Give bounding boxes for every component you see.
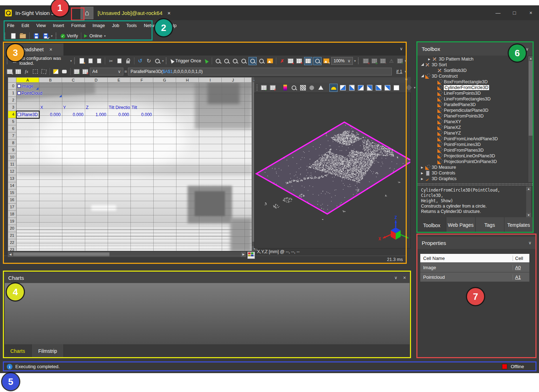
menu-item-file[interactable]: File xyxy=(4,23,18,28)
row-header-0[interactable]: 0 xyxy=(8,83,16,90)
iso-view-button[interactable] xyxy=(392,84,400,92)
expander-collapsed-icon[interactable]: ▶ xyxy=(421,172,425,175)
row-header-4[interactable]: 4 xyxy=(8,111,16,118)
sheet-corner[interactable] xyxy=(8,77,16,83)
new-sheet-button[interactable]: ✦ xyxy=(78,57,86,65)
date-format-button[interactable] xyxy=(52,68,60,75)
zoom-region-button[interactable] xyxy=(248,57,257,65)
cell-E4[interactable]: 0.000 xyxy=(108,111,130,118)
cancel-button[interactable]: ✗ xyxy=(81,68,89,75)
view3d-overflow-icon[interactable]: ▾ xyxy=(414,86,416,89)
dome-view-button[interactable] xyxy=(329,84,338,92)
toolbox-item-3d-measure[interactable]: ▶3D Measure xyxy=(417,164,528,170)
row-header-16[interactable]: 16 xyxy=(8,197,16,204)
row-header-7[interactable]: 7 xyxy=(8,132,16,140)
import-job-button[interactable] xyxy=(87,57,94,65)
zoom-image-button[interactable] xyxy=(258,57,265,65)
column-header-D[interactable]: D xyxy=(85,77,108,83)
toolbar-overflow-icon[interactable]: ▾ xyxy=(405,59,406,63)
charts-close-icon[interactable]: × xyxy=(403,275,406,281)
zoom-level-select[interactable]: 100% ∨ xyxy=(331,57,353,65)
cell-C3[interactable]: Y xyxy=(62,104,84,111)
job-list-button[interactable]: ▼ xyxy=(396,57,404,65)
spreadsheet-tab-close-icon[interactable]: × xyxy=(49,47,52,52)
undo-button[interactable]: ↺ xyxy=(137,57,144,65)
view-cube-top-button[interactable] xyxy=(339,84,346,92)
toolbox-item-pointfromlineandplane3d[interactable]: PointFromLineAndPlane3D xyxy=(417,136,528,142)
row-header-1[interactable]: 1 xyxy=(8,90,16,97)
toolbox-tab-tags[interactable]: Tags xyxy=(475,217,504,232)
charts-tab-filmstrip[interactable]: Filmstrip xyxy=(32,344,64,357)
view-cube-front-button[interactable] xyxy=(348,84,355,92)
job-tab[interactable]: [Unsaved Job]@aut-rock64 × xyxy=(98,10,171,16)
show-graphics-button[interactable]: ✓ xyxy=(260,84,267,92)
zoom-actual-button[interactable] xyxy=(231,57,239,65)
view3d-collapse-icon[interactable]: ∨ xyxy=(405,77,408,82)
toolbox-item-linefrompoints3d[interactable]: LineFromPoints3D xyxy=(417,90,528,96)
expander-collapsed-icon[interactable]: ▶ xyxy=(421,166,425,169)
toolbox-tab-templates[interactable]: Templates xyxy=(504,217,533,232)
row-header-13[interactable]: 13 xyxy=(8,175,16,182)
properties-collapse-icon[interactable]: ∨ xyxy=(528,240,532,245)
menu-item-tools[interactable]: Tools xyxy=(123,23,140,28)
row-header-14[interactable]: 14 xyxy=(8,182,16,189)
hide-graphics-button[interactable]: ✗ xyxy=(269,84,276,92)
column-header-I[interactable]: I xyxy=(199,77,222,83)
row-header-8[interactable]: 8 xyxy=(8,140,16,147)
row-header-5[interactable]: 5 xyxy=(8,118,16,125)
zoom-fit-button[interactable] xyxy=(240,57,247,65)
toolbox-item-3d-construct[interactable]: 3D Construct xyxy=(417,73,528,79)
sheet-cells-overlay[interactable]: ImagePointCloudXYZTilt DirectioTiltPlane… xyxy=(16,83,252,251)
cell-A1[interactable]: PointCloud xyxy=(17,90,56,97)
save-overflow-icon[interactable]: ▾ xyxy=(51,34,53,38)
menu-item-network[interactable]: Network xyxy=(140,23,164,28)
toolbox-item-perpendicularplane3d[interactable]: PerpendicularPlane3D xyxy=(417,108,528,113)
scroll-down-icon[interactable]: ▼ xyxy=(526,213,531,217)
zoom-out-button[interactable]: − xyxy=(223,57,230,65)
select-cells-button[interactable] xyxy=(31,68,39,75)
row-header-20[interactable]: 20 xyxy=(8,225,16,232)
fill-button[interactable] xyxy=(405,84,412,92)
currency-format-button[interactable]: $ xyxy=(6,68,13,75)
row-header-19[interactable]: 19 xyxy=(8,218,16,225)
toolbox-item-3d-graphics[interactable]: ▶3D Graphics xyxy=(417,176,528,182)
expander-collapsed-icon[interactable]: ▶ xyxy=(421,177,425,181)
find-button[interactable] xyxy=(154,57,161,65)
zoom-overflow-icon[interactable]: ▾ xyxy=(354,59,356,63)
cell-D4[interactable]: 1.000 xyxy=(85,111,107,118)
column-header-B[interactable]: B xyxy=(39,77,62,83)
expander-expanded-icon[interactable] xyxy=(421,63,425,67)
row-header-15[interactable]: 15 xyxy=(8,189,16,197)
menu-item-image[interactable]: Image xyxy=(89,23,108,28)
row-header-17[interactable]: 17 xyxy=(8,204,16,211)
toolbox-splitter[interactable] xyxy=(417,183,533,186)
view-cube-right-button[interactable] xyxy=(366,84,373,92)
toolbox-tab-toolbox[interactable]: Toolbox xyxy=(417,217,446,233)
scroll-up-icon[interactable]: ▲ xyxy=(528,56,533,61)
toolbar-grip[interactable] xyxy=(166,58,168,64)
column-header-J[interactable]: J xyxy=(222,77,245,83)
point-cloud-canvas[interactable] xyxy=(255,93,410,248)
cone-view-button[interactable] xyxy=(317,84,324,92)
open-job-button[interactable] xyxy=(19,32,26,40)
column-header-F[interactable]: F xyxy=(130,77,153,83)
snippet-import-button[interactable]: ◀ xyxy=(362,57,369,65)
comment-button[interactable] xyxy=(61,68,68,75)
online-button[interactable]: Online xyxy=(84,32,102,40)
toolbox-item-linefromrectangles3d[interactable]: LineFromRectangles3D xyxy=(417,96,528,102)
view3d-viewport[interactable] xyxy=(254,93,411,249)
expander-collapsed-icon[interactable]: ▶ xyxy=(428,58,432,61)
toolbox-item-planexy[interactable]: PlaneXY xyxy=(417,119,528,125)
charts-collapse-icon[interactable]: ∨ xyxy=(394,275,397,280)
panel-collapse-icon[interactable]: ∨ xyxy=(400,46,403,51)
row-header-3[interactable]: 3 xyxy=(8,104,16,111)
view-cube-back-button[interactable] xyxy=(375,84,382,92)
toggle-grid-button[interactable] xyxy=(304,57,312,65)
toolbox-collapse-icon[interactable]: ∨ xyxy=(525,47,529,52)
cell-link[interactable]: A0 xyxy=(515,265,521,270)
row-header-23[interactable]: 23 xyxy=(8,246,16,251)
toolbar-grip[interactable] xyxy=(358,58,360,64)
spreadsheet-tab[interactable]: Spreadsheet × xyxy=(4,43,63,56)
delete-cells-button[interactable]: ✗ xyxy=(278,57,286,65)
toolbar-grip[interactable] xyxy=(74,58,76,64)
